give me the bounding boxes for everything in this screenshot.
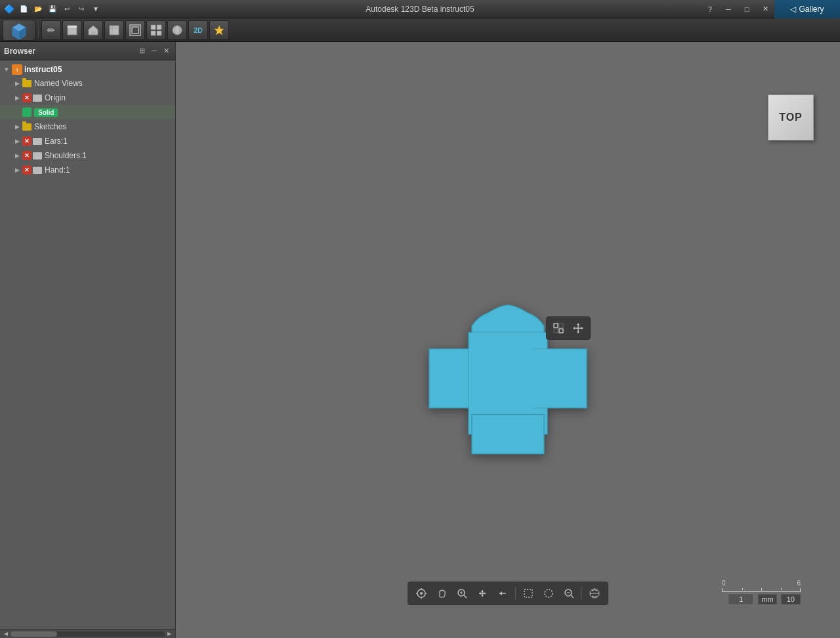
- undo-icon[interactable]: ↩: [60, 3, 74, 16]
- view-cube-top-face[interactable]: TOP: [768, 95, 814, 140]
- gallery-button[interactable]: ◁ Gallery: [774, 0, 840, 18]
- 2d-button[interactable]: 2D: [188, 20, 208, 40]
- bottom-sep: [515, 587, 516, 600]
- svg-rect-15: [151, 31, 156, 35]
- svg-point-54: [545, 589, 553, 597]
- svg-rect-8: [110, 26, 119, 35]
- pencil-button[interactable]: ✏: [41, 20, 61, 40]
- title-bar: 🔷 📄 📂 💾 ↩ ↪ ▼ Autodesk 123D Beta instruc…: [0, 0, 840, 18]
- svg-marker-47: [479, 592, 481, 595]
- browser-minimize-icon[interactable]: ─: [150, 46, 159, 56]
- title-text: Autodesk 123D Beta instruct05: [366, 5, 474, 14]
- hand-label: Hand:1: [45, 165, 70, 175]
- tree-item-shoulders[interactable]: ▶ ✕ Shoulders:1: [0, 148, 175, 163]
- help-icon[interactable]: ?: [701, 0, 719, 18]
- new-icon[interactable]: 📄: [17, 3, 30, 16]
- circle-select-btn[interactable]: [539, 584, 558, 603]
- tree-item-ears[interactable]: ▶ ✕ Ears:1: [0, 134, 175, 148]
- sketches-expand[interactable]: ▶: [13, 123, 21, 131]
- settings-view-btn[interactable]: [585, 584, 604, 603]
- minimize-button[interactable]: ─: [719, 0, 738, 18]
- main-toolbar: ✏: [0, 18, 840, 42]
- origin-expand[interactable]: ▶: [13, 94, 21, 102]
- zoom-extents-btn[interactable]: [549, 319, 568, 337]
- grid-button[interactable]: [146, 20, 166, 40]
- ears-error-icon: ✕: [22, 137, 32, 146]
- menu-icon[interactable]: ▼: [89, 3, 102, 16]
- browser-grid-icon[interactable]: ⊞: [137, 46, 147, 56]
- tree-item-solid[interactable]: Solid: [0, 105, 175, 119]
- svg-rect-27: [554, 329, 558, 333]
- named-views-expand[interactable]: ▶: [13, 79, 21, 87]
- zoom-btn[interactable]: [453, 584, 471, 603]
- browser-title: Browser: [4, 47, 35, 56]
- material-button[interactable]: [167, 20, 187, 40]
- orbit-btn[interactable]: [473, 584, 492, 603]
- scrollbar-track[interactable]: [10, 631, 165, 637]
- hand-pan-btn[interactable]: [432, 584, 451, 603]
- hand-expand[interactable]: ▶: [13, 166, 21, 174]
- tree-item-named-views[interactable]: ▶ Named Views: [0, 76, 175, 91]
- origin-folder-icon: [33, 95, 42, 102]
- open-icon[interactable]: 📂: [32, 3, 45, 16]
- named-views-label: Named Views: [34, 79, 83, 88]
- bottom-toolbar: [408, 582, 608, 605]
- shoulders-expand[interactable]: ▶: [13, 152, 21, 160]
- scale-num-6: 6: [797, 580, 801, 587]
- root-item-label: instruct05: [24, 65, 62, 74]
- home-view-button[interactable]: [83, 20, 103, 40]
- back-view-button[interactable]: [104, 20, 124, 40]
- svg-rect-53: [524, 589, 532, 597]
- browser-close-icon[interactable]: ✕: [161, 46, 171, 56]
- hand-folder-icon: [33, 167, 42, 174]
- hand-error-icon: ✕: [22, 165, 32, 175]
- svg-rect-7: [91, 32, 95, 35]
- solid-badge: Solid: [34, 108, 58, 117]
- svg-rect-23: [472, 415, 544, 454]
- wireframe-button[interactable]: [125, 20, 145, 40]
- scale-value-input[interactable]: [728, 593, 754, 605]
- scroll-left-arrow[interactable]: ◀: [1, 629, 10, 639]
- svg-line-56: [571, 595, 574, 598]
- tree-item-origin[interactable]: ▶ ✕ Origin: [0, 91, 175, 105]
- browser-scrollbar[interactable]: ◀ ▶: [0, 629, 175, 638]
- ears-expand[interactable]: ▶: [13, 137, 21, 145]
- svg-marker-49: [481, 590, 484, 592]
- back-nav-btn[interactable]: [494, 584, 512, 603]
- main-area: Browser ⊞ ─ ✕ ▼ i instruct05 ▶ Named Vie…: [0, 42, 840, 638]
- svg-marker-34: [581, 327, 583, 330]
- window-controls: ? ─ □ ✕: [701, 0, 774, 18]
- svg-marker-31: [577, 323, 579, 325]
- scroll-right-arrow[interactable]: ▶: [165, 629, 174, 639]
- tree-root-item[interactable]: ▼ i instruct05: [0, 63, 175, 76]
- front-cube-button[interactable]: [62, 20, 82, 40]
- svg-rect-14: [157, 25, 161, 30]
- save-icon[interactable]: 💾: [46, 3, 59, 16]
- gallery-icon: ◁: [790, 5, 796, 14]
- close-button[interactable]: ✕: [756, 0, 774, 18]
- viewport[interactable]: TOP: [176, 42, 840, 638]
- shoulders-error-icon: ✕: [22, 151, 32, 160]
- scale-controls: mm 10: [728, 593, 801, 605]
- 3d-view-button[interactable]: [3, 20, 35, 41]
- root-expand-arrow[interactable]: ▼: [3, 66, 10, 74]
- view-cube[interactable]: TOP: [768, 95, 814, 140]
- maximize-button[interactable]: □: [738, 0, 756, 18]
- select-btn[interactable]: [412, 584, 430, 603]
- title-left-icons: 🔷 📄 📂 💾 ↩ ↪ ▼: [0, 0, 102, 18]
- zoom-area-btn[interactable]: [560, 584, 578, 603]
- pan-mini-btn[interactable]: [569, 319, 587, 337]
- svg-marker-32: [577, 331, 579, 333]
- shape-container: [403, 247, 613, 459]
- ears-label: Ears:1: [45, 137, 68, 146]
- root-item-icon: i: [12, 64, 22, 75]
- redo-icon[interactable]: ↪: [75, 3, 88, 16]
- scale-unit-label: mm: [758, 594, 776, 605]
- fx-button[interactable]: [209, 20, 229, 40]
- box-select-btn[interactable]: [519, 584, 537, 603]
- tree-item-hand[interactable]: ▶ ✕ Hand:1: [0, 163, 175, 177]
- tree-item-sketches[interactable]: ▶ Sketches: [0, 119, 175, 134]
- browser-header: Browser ⊞ ─ ✕: [0, 42, 175, 60]
- right-mini-toolbar: [546, 316, 591, 340]
- scrollbar-thumb[interactable]: [10, 631, 57, 637]
